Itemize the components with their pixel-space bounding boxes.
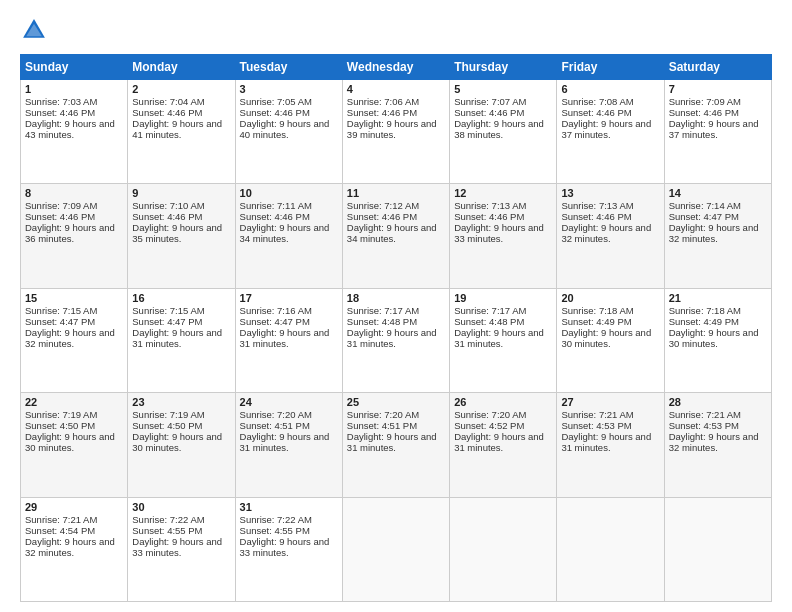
calendar-cell: 12Sunrise: 7:13 AMSunset: 4:46 PMDayligh… [450, 184, 557, 288]
daylight-text: Daylight: 9 hours and 40 minutes. [240, 118, 330, 140]
sunset-text: Sunset: 4:46 PM [240, 107, 310, 118]
calendar-cell: 10Sunrise: 7:11 AMSunset: 4:46 PMDayligh… [235, 184, 342, 288]
calendar-cell: 7Sunrise: 7:09 AMSunset: 4:46 PMDaylight… [664, 80, 771, 184]
calendar-cell: 28Sunrise: 7:21 AMSunset: 4:53 PMDayligh… [664, 393, 771, 497]
daylight-text: Daylight: 9 hours and 41 minutes. [132, 118, 222, 140]
daylight-text: Daylight: 9 hours and 43 minutes. [25, 118, 115, 140]
calendar-cell: 18Sunrise: 7:17 AMSunset: 4:48 PMDayligh… [342, 288, 449, 392]
day-number: 22 [25, 396, 123, 408]
calendar-header-saturday: Saturday [664, 55, 771, 80]
calendar-header-monday: Monday [128, 55, 235, 80]
calendar-cell [557, 497, 664, 601]
calendar-cell: 20Sunrise: 7:18 AMSunset: 4:49 PMDayligh… [557, 288, 664, 392]
daylight-text: Daylight: 9 hours and 31 minutes. [561, 431, 651, 453]
day-number: 4 [347, 83, 445, 95]
calendar-cell: 8Sunrise: 7:09 AMSunset: 4:46 PMDaylight… [21, 184, 128, 288]
daylight-text: Daylight: 9 hours and 33 minutes. [454, 222, 544, 244]
sunrise-text: Sunrise: 7:19 AM [132, 409, 204, 420]
sunset-text: Sunset: 4:54 PM [25, 525, 95, 536]
sunrise-text: Sunrise: 7:13 AM [561, 200, 633, 211]
day-number: 15 [25, 292, 123, 304]
daylight-text: Daylight: 9 hours and 37 minutes. [561, 118, 651, 140]
calendar-table: SundayMondayTuesdayWednesdayThursdayFrid… [20, 54, 772, 602]
calendar-header-friday: Friday [557, 55, 664, 80]
calendar-row-3: 22Sunrise: 7:19 AMSunset: 4:50 PMDayligh… [21, 393, 772, 497]
calendar-cell: 21Sunrise: 7:18 AMSunset: 4:49 PMDayligh… [664, 288, 771, 392]
sunset-text: Sunset: 4:46 PM [454, 107, 524, 118]
day-number: 28 [669, 396, 767, 408]
day-number: 19 [454, 292, 552, 304]
sunrise-text: Sunrise: 7:06 AM [347, 96, 419, 107]
calendar-cell: 13Sunrise: 7:13 AMSunset: 4:46 PMDayligh… [557, 184, 664, 288]
sunset-text: Sunset: 4:53 PM [561, 420, 631, 431]
day-number: 23 [132, 396, 230, 408]
sunrise-text: Sunrise: 7:05 AM [240, 96, 312, 107]
sunset-text: Sunset: 4:47 PM [669, 211, 739, 222]
sunset-text: Sunset: 4:47 PM [25, 316, 95, 327]
day-number: 1 [25, 83, 123, 95]
calendar-cell: 23Sunrise: 7:19 AMSunset: 4:50 PMDayligh… [128, 393, 235, 497]
day-number: 9 [132, 187, 230, 199]
day-number: 3 [240, 83, 338, 95]
daylight-text: Daylight: 9 hours and 31 minutes. [347, 327, 437, 349]
page: SundayMondayTuesdayWednesdayThursdayFrid… [0, 0, 792, 612]
calendar-cell: 27Sunrise: 7:21 AMSunset: 4:53 PMDayligh… [557, 393, 664, 497]
daylight-text: Daylight: 9 hours and 34 minutes. [347, 222, 437, 244]
calendar-header-wednesday: Wednesday [342, 55, 449, 80]
sunrise-text: Sunrise: 7:15 AM [25, 305, 97, 316]
sunrise-text: Sunrise: 7:04 AM [132, 96, 204, 107]
daylight-text: Daylight: 9 hours and 32 minutes. [25, 536, 115, 558]
sunrise-text: Sunrise: 7:13 AM [454, 200, 526, 211]
calendar-cell: 16Sunrise: 7:15 AMSunset: 4:47 PMDayligh… [128, 288, 235, 392]
sunset-text: Sunset: 4:55 PM [240, 525, 310, 536]
day-number: 2 [132, 83, 230, 95]
sunset-text: Sunset: 4:55 PM [132, 525, 202, 536]
sunset-text: Sunset: 4:46 PM [132, 107, 202, 118]
calendar-cell [342, 497, 449, 601]
logo-icon [20, 16, 48, 44]
calendar-header-row: SundayMondayTuesdayWednesdayThursdayFrid… [21, 55, 772, 80]
day-number: 13 [561, 187, 659, 199]
calendar-cell: 4Sunrise: 7:06 AMSunset: 4:46 PMDaylight… [342, 80, 449, 184]
sunrise-text: Sunrise: 7:17 AM [347, 305, 419, 316]
calendar-row-2: 15Sunrise: 7:15 AMSunset: 4:47 PMDayligh… [21, 288, 772, 392]
daylight-text: Daylight: 9 hours and 38 minutes. [454, 118, 544, 140]
calendar-cell: 25Sunrise: 7:20 AMSunset: 4:51 PMDayligh… [342, 393, 449, 497]
daylight-text: Daylight: 9 hours and 31 minutes. [240, 431, 330, 453]
sunset-text: Sunset: 4:47 PM [240, 316, 310, 327]
sunset-text: Sunset: 4:50 PM [25, 420, 95, 431]
calendar-cell: 29Sunrise: 7:21 AMSunset: 4:54 PMDayligh… [21, 497, 128, 601]
day-number: 5 [454, 83, 552, 95]
calendar-cell: 17Sunrise: 7:16 AMSunset: 4:47 PMDayligh… [235, 288, 342, 392]
calendar-cell: 1Sunrise: 7:03 AMSunset: 4:46 PMDaylight… [21, 80, 128, 184]
day-number: 14 [669, 187, 767, 199]
daylight-text: Daylight: 9 hours and 32 minutes. [669, 431, 759, 453]
sunrise-text: Sunrise: 7:22 AM [240, 514, 312, 525]
daylight-text: Daylight: 9 hours and 32 minutes. [25, 327, 115, 349]
sunrise-text: Sunrise: 7:09 AM [669, 96, 741, 107]
calendar-row-1: 8Sunrise: 7:09 AMSunset: 4:46 PMDaylight… [21, 184, 772, 288]
day-number: 12 [454, 187, 552, 199]
calendar-cell [664, 497, 771, 601]
sunrise-text: Sunrise: 7:12 AM [347, 200, 419, 211]
day-number: 21 [669, 292, 767, 304]
day-number: 24 [240, 396, 338, 408]
daylight-text: Daylight: 9 hours and 31 minutes. [347, 431, 437, 453]
calendar-cell: 26Sunrise: 7:20 AMSunset: 4:52 PMDayligh… [450, 393, 557, 497]
sunrise-text: Sunrise: 7:19 AM [25, 409, 97, 420]
sunrise-text: Sunrise: 7:15 AM [132, 305, 204, 316]
sunset-text: Sunset: 4:49 PM [669, 316, 739, 327]
day-number: 6 [561, 83, 659, 95]
daylight-text: Daylight: 9 hours and 31 minutes. [240, 327, 330, 349]
daylight-text: Daylight: 9 hours and 30 minutes. [669, 327, 759, 349]
sunset-text: Sunset: 4:46 PM [561, 211, 631, 222]
calendar-cell: 19Sunrise: 7:17 AMSunset: 4:48 PMDayligh… [450, 288, 557, 392]
sunrise-text: Sunrise: 7:16 AM [240, 305, 312, 316]
calendar-cell: 22Sunrise: 7:19 AMSunset: 4:50 PMDayligh… [21, 393, 128, 497]
calendar-cell: 9Sunrise: 7:10 AMSunset: 4:46 PMDaylight… [128, 184, 235, 288]
sunset-text: Sunset: 4:46 PM [454, 211, 524, 222]
calendar-cell: 6Sunrise: 7:08 AMSunset: 4:46 PMDaylight… [557, 80, 664, 184]
calendar-row-4: 29Sunrise: 7:21 AMSunset: 4:54 PMDayligh… [21, 497, 772, 601]
sunrise-text: Sunrise: 7:18 AM [669, 305, 741, 316]
sunrise-text: Sunrise: 7:11 AM [240, 200, 312, 211]
